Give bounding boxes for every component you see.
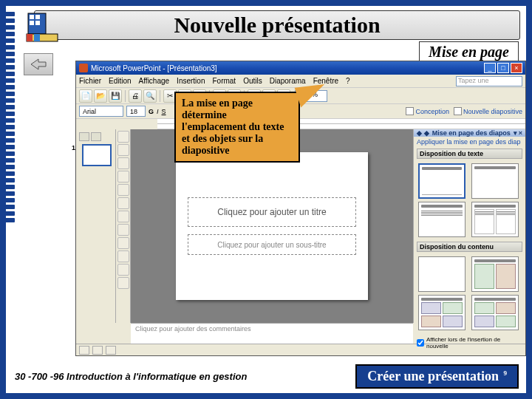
new-slide-icon <box>454 107 462 115</box>
title-placeholder[interactable]: Cliquez pour ajouter un titre <box>188 197 357 227</box>
slide-thumbnail-pane: 1 <box>76 129 116 323</box>
underline-button[interactable]: S <box>162 108 166 115</box>
bold-button[interactable]: G <box>149 108 154 115</box>
arrow-tool[interactable] <box>117 184 129 196</box>
subtitle-placeholder[interactable]: Cliquez pour ajouter un sous-titre <box>188 234 357 255</box>
menu-fichier[interactable]: Fichier <box>79 77 101 85</box>
new-slide-link[interactable]: Nouvelle diapositive <box>454 107 522 115</box>
ask-question-input[interactable]: Tapez une <box>456 76 522 86</box>
svg-rect-7 <box>34 34 40 41</box>
svg-rect-4 <box>35 21 40 25</box>
normal-view-button[interactable] <box>79 346 89 355</box>
new-button[interactable]: 📄 <box>79 89 92 103</box>
close-button[interactable]: × <box>511 63 522 73</box>
menu-affichage[interactable]: Affichage <box>139 77 170 85</box>
task-pane: ◆ ◆ Mise en page des diapos ▾ × Applique… <box>413 129 525 323</box>
explanation-callout: La mise en page détermine l'emplacement … <box>174 92 300 163</box>
svg-rect-6 <box>27 34 33 41</box>
menu-help[interactable]: ? <box>346 77 350 85</box>
course-code-footer: 30 -700 -96 Introduction à l'informatiqu… <box>13 371 248 382</box>
taskpane-header: ◆ ◆ Mise en page des diapos ▾ × <box>414 129 525 137</box>
left-rail-decor <box>3 6 16 393</box>
conception-icon <box>406 107 414 115</box>
notes-pane[interactable]: Cliquez pour ajouter des commentaires <box>131 323 413 344</box>
menu-outils[interactable]: Outils <box>243 77 262 85</box>
current-slide: Cliquez pour ajouter un titre Cliquez po… <box>176 152 368 300</box>
layout-two-content[interactable] <box>418 295 466 330</box>
slide-subtitle: Mise en page <box>429 44 509 60</box>
page-number: 9 <box>504 369 508 377</box>
layout-content[interactable] <box>471 256 519 292</box>
preview-button[interactable]: 🔍 <box>143 89 157 103</box>
window-titlebar: Microsoft PowerPoint - [Présentation3] _… <box>76 61 525 75</box>
vertical-toolbar <box>116 129 131 323</box>
layout-four-content[interactable] <box>471 295 519 330</box>
layout-two-column-text[interactable] <box>471 202 519 237</box>
window-title: Microsoft PowerPoint - [Présentation3] <box>91 64 217 72</box>
section-title-footer: Créer une présentation 9 <box>355 364 519 389</box>
fill-color-tool[interactable] <box>117 264 129 276</box>
content-layouts-section: Disposition du contenu <box>417 242 522 252</box>
clipart-tool[interactable] <box>117 250 129 262</box>
slide-thumbnail-1[interactable] <box>82 144 112 166</box>
menu-insertion[interactable]: Insertion <box>177 77 205 85</box>
textbox-tool[interactable] <box>117 224 129 236</box>
svg-rect-3 <box>30 21 34 25</box>
oval-tool[interactable] <box>117 211 129 222</box>
powerpoint-icon <box>79 64 88 72</box>
print-button[interactable]: 🖨 <box>129 89 142 103</box>
layout-title-text[interactable] <box>418 202 466 237</box>
slide-title-bar: Nouvelle présentation <box>34 10 520 40</box>
slide-subtitle-box: Mise en page <box>419 41 519 63</box>
line-color-tool[interactable] <box>117 277 129 289</box>
select-tool[interactable] <box>117 131 129 143</box>
layout-title-slide[interactable] <box>418 163 466 199</box>
taskpane-close-icon[interactable]: × <box>519 129 522 137</box>
slides-tab[interactable] <box>91 132 101 141</box>
svg-rect-2 <box>35 15 40 19</box>
show-on-insert-checkbox[interactable]: Afficher lors de l'insertion de nouvelle <box>417 336 522 349</box>
menu-edition[interactable]: Edition <box>109 77 132 85</box>
maximize-button[interactable]: □ <box>497 63 509 73</box>
taskpane-dropdown-icon[interactable]: ▾ <box>514 129 517 137</box>
apply-layout-label: Appliquer la mise en page des diap <box>414 137 525 147</box>
layout-blank[interactable] <box>418 256 466 292</box>
font-size-input[interactable]: 18 <box>126 106 146 117</box>
sorter-view-button[interactable] <box>92 346 103 355</box>
arrow-left-icon <box>30 58 47 71</box>
menu-format[interactable]: Format <box>212 77 236 85</box>
svg-rect-1 <box>30 15 34 19</box>
menu-diaporama[interactable]: Diaporama <box>270 77 306 85</box>
layout-title-only[interactable] <box>471 163 519 199</box>
rect-tool[interactable] <box>117 197 129 209</box>
wordart-tool[interactable] <box>117 237 129 249</box>
outline-tab[interactable] <box>79 132 89 141</box>
course-logo <box>24 10 61 44</box>
text-layouts-section: Disposition du texte <box>417 149 522 159</box>
save-button[interactable]: 💾 <box>109 89 122 103</box>
minimize-button[interactable]: _ <box>484 63 496 73</box>
font-name-input[interactable]: Arial <box>79 106 123 117</box>
rotate-tool[interactable] <box>117 144 129 156</box>
show-on-insert-input[interactable] <box>417 339 424 347</box>
open-button[interactable]: 📂 <box>94 89 107 103</box>
autoshapes-tool[interactable] <box>117 157 129 169</box>
conception-link[interactable]: Conception <box>406 107 449 115</box>
slideshow-view-button[interactable] <box>106 346 116 355</box>
italic-button[interactable]: I <box>157 108 159 115</box>
back-arrow-button[interactable] <box>24 53 53 75</box>
thumbnail-number: 1 <box>72 144 75 151</box>
line-tool[interactable] <box>117 171 129 183</box>
slide-title: Nouvelle présentation <box>35 13 519 38</box>
